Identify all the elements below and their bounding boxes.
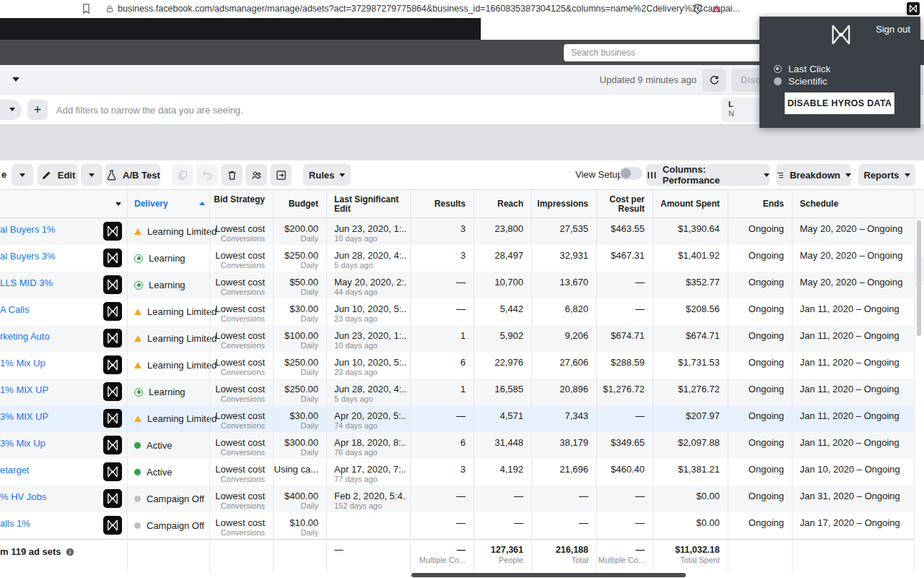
- adset-row[interactable]: al Buyers 1%Learning LimitedLowest costC…: [0, 218, 914, 245]
- hyros-icon: [103, 436, 122, 454]
- column-divider: [474, 189, 474, 572]
- edit-dropdown-button[interactable]: [81, 164, 103, 186]
- columns-button[interactable]: Columns: Performance: [646, 164, 770, 186]
- footer-reach-sub: People: [474, 556, 523, 564]
- adset-name-link[interactable]: 3% Mix Up: [0, 438, 45, 449]
- reports-button[interactable]: Reports: [858, 164, 915, 186]
- sign-out-link[interactable]: Sign out: [876, 24, 910, 35]
- audience-button[interactable]: [245, 164, 267, 186]
- adset-name-link[interactable]: LLS MID 3%: [0, 277, 53, 288]
- cell-sublabel: Conversions: [209, 394, 265, 403]
- cell-sublabel: 5 days ago: [334, 261, 406, 269]
- filter-chip[interactable]: [0, 100, 22, 120]
- column-header-schedule[interactable]: Schedule: [800, 199, 838, 209]
- ab-test-button[interactable]: A/B Test: [105, 164, 160, 186]
- column-header-impressions[interactable]: Impressions: [531, 199, 588, 209]
- column-header-results[interactable]: Results: [410, 199, 466, 209]
- name-column-sort-icon[interactable]: [116, 202, 121, 206]
- cell-value: May 20, 2020 – Ongoing: [800, 277, 923, 288]
- adset-name-link[interactable]: A Calls: [0, 304, 29, 315]
- breakdown-button[interactable]: Breakdown: [776, 164, 851, 186]
- view-setup-toggle[interactable]: [619, 167, 642, 180]
- horizontal-scrollbar[interactable]: [411, 573, 686, 577]
- radio-selected-icon[interactable]: [774, 65, 782, 73]
- cell-sublabel: Daily: [273, 234, 318, 243]
- edit-button[interactable]: Edit: [38, 164, 78, 186]
- chevron-down-icon: [905, 173, 910, 177]
- vertical-scrollbar[interactable]: [917, 220, 921, 336]
- adset-name-link[interactable]: 3% MIX UP: [0, 411, 48, 422]
- filter-placeholder[interactable]: Add filters to narrow the data you are s…: [56, 105, 243, 116]
- attribution-option-last-click[interactable]: Last Click: [774, 63, 831, 74]
- adset-name-link[interactable]: rketing Auto: [0, 331, 50, 342]
- delivery-status: Learning Limited: [134, 352, 217, 379]
- view-setup-label: View Setup: [575, 169, 623, 180]
- adset-name-link[interactable]: 1% MIX UP: [0, 384, 48, 395]
- bookmark-icon[interactable]: [80, 2, 92, 15]
- adset-row[interactable]: rketing AutoLearning LimitedLowest costC…: [0, 325, 914, 352]
- learning-limited-icon: [134, 309, 141, 315]
- radio-label: Last Click: [788, 64, 831, 74]
- chevron-down-icon: [89, 173, 95, 177]
- toggle-knob: [621, 168, 631, 178]
- delivery-sort-asc-icon[interactable]: [199, 202, 205, 205]
- cell-value: —: [596, 277, 645, 288]
- column-header-amount-spent[interactable]: Amount Spent: [653, 199, 720, 209]
- cell-sublabel: Conversions: [209, 314, 265, 323]
- attribution-option-scientific[interactable]: Scientific: [774, 75, 827, 87]
- adset-row[interactable]: 3% MIX UPLearning LimitedLowest costConv…: [0, 405, 914, 432]
- adset-row[interactable]: 1% MIX UPLearningLowest costConversions$…: [0, 379, 914, 405]
- delivery-status-label: Campaign Off: [147, 520, 204, 531]
- refresh-button[interactable]: [702, 69, 725, 92]
- cell-value: $463.55: [596, 223, 645, 234]
- lock-icon[interactable]: [105, 4, 114, 14]
- adset-row[interactable]: A CallsLearning LimitedLowest costConver…: [0, 298, 914, 325]
- reports-label: Reports: [863, 170, 899, 181]
- delete-button[interactable]: [221, 164, 243, 186]
- adset-row[interactable]: 3% Mix UpActiveLowest costConversions$30…: [0, 432, 914, 459]
- url-text[interactable]: business.facebook.com/adsmanager/manage/…: [118, 4, 740, 14]
- hyros-extension-icon[interactable]: [907, 2, 920, 15]
- duplicate-dropdown-button[interactable]: [12, 164, 33, 186]
- rules-button[interactable]: Rules: [303, 164, 351, 186]
- adset-name-link[interactable]: 1% Mix Up: [0, 358, 45, 368]
- adset-row[interactable]: etargetActiveLowest costConversionsUsing…: [0, 459, 914, 486]
- hyros-icon: [103, 409, 122, 428]
- cell-sublabel: Daily: [273, 421, 318, 430]
- export-button[interactable]: [270, 164, 292, 186]
- adset-row[interactable]: alls 1%Campaign OffLowest costConversion…: [0, 512, 914, 539]
- add-filter-button[interactable]: +: [27, 100, 48, 120]
- footer-cost-per-result-sub: Multiple Co...: [596, 556, 645, 564]
- column-header-reach[interactable]: Reach: [474, 199, 523, 209]
- column-header-cost-per-result[interactable]: Cost per Result: [596, 195, 645, 214]
- learning-icon: [134, 388, 143, 397]
- brave-rewards-icon[interactable]: [710, 3, 723, 15]
- brave-shield-icon[interactable]: [692, 3, 704, 15]
- account-chevron-down-icon[interactable]: [12, 77, 19, 82]
- radio-unselected-icon[interactable]: [774, 77, 782, 85]
- column-header-last-edit[interactable]: Last Significant Edit: [334, 195, 406, 214]
- cell-value: Lowest cost: [209, 464, 265, 475]
- adset-row[interactable]: al Buyers 3%LearningLowest costConversio…: [0, 245, 914, 272]
- column-header-ends[interactable]: Ends: [728, 199, 784, 209]
- adset-row[interactable]: % HV JobsCampaign OffLowest costConversi…: [0, 486, 914, 512]
- column-header-bid-strategy[interactable]: Bid Strategy: [209, 195, 265, 204]
- adset-name-link[interactable]: alls 1%: [0, 518, 30, 529]
- hyros-icon: [103, 275, 122, 294]
- adset-row[interactable]: 1% Mix UpLearning LimitedLowest costConv…: [0, 352, 914, 379]
- cell-value: $300.00: [273, 437, 318, 448]
- adset-row[interactable]: LLS MID 3%LearningLowest costConversions…: [0, 272, 914, 298]
- column-header-delivery[interactable]: Delivery: [134, 199, 168, 209]
- info-icon[interactable]: [65, 547, 75, 557]
- adset-name-link[interactable]: al Buyers 3%: [0, 251, 56, 262]
- adset-name-link[interactable]: al Buyers 1%: [0, 224, 56, 235]
- column-header-budget[interactable]: Budget: [273, 199, 318, 209]
- duplicate-button-partial[interactable]: e: [1, 169, 6, 180]
- cell-sublabel: Conversions: [209, 501, 265, 510]
- adset-name-link[interactable]: % HV Jobs: [0, 491, 46, 502]
- disable-hyros-data-button[interactable]: DISABLE HYROS DATA: [785, 92, 894, 114]
- cell-value: $50.00: [273, 277, 318, 288]
- columns-icon: [646, 169, 658, 181]
- cell-sublabel: 23 days ago: [334, 368, 406, 376]
- adset-name-link[interactable]: etarget: [0, 465, 29, 475]
